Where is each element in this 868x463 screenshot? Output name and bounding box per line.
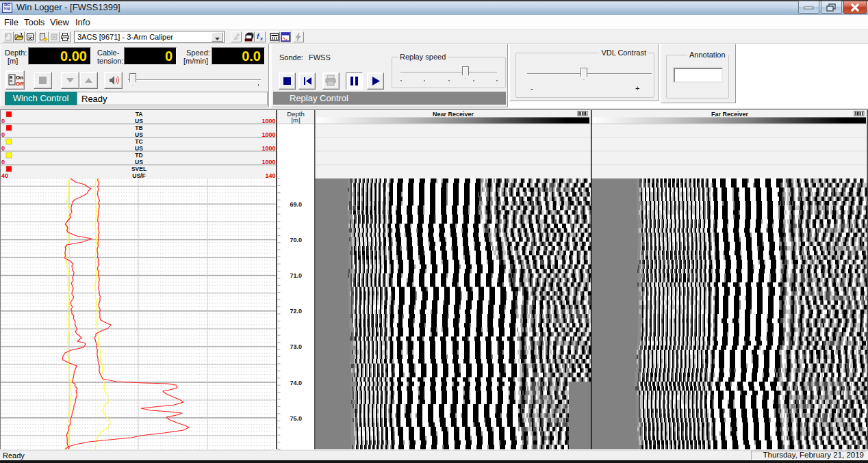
- svg-text:70.0: 70.0: [290, 237, 302, 243]
- svg-text:Far Receiver: Far Receiver: [711, 111, 749, 118]
- svg-text:TA: TA: [136, 111, 143, 118]
- svg-text:73.0: 73.0: [290, 343, 302, 350]
- svg-text:74.0: 74.0: [290, 380, 302, 386]
- svg-text:x: x: [259, 36, 264, 41]
- svg-text:75.0: 75.0: [290, 415, 302, 422]
- svg-text:69.0: 69.0: [290, 201, 302, 208]
- svg-text:Near Receiver: Near Receiver: [433, 111, 474, 118]
- svg-text:TC: TC: [135, 138, 142, 145]
- svg-text:On: On: [16, 75, 23, 81]
- svg-text:TD: TD: [135, 152, 142, 159]
- svg-text:72.0: 72.0: [290, 308, 302, 315]
- svg-text:71.0: 71.0: [290, 272, 302, 279]
- svg-text:Off: Off: [16, 81, 24, 87]
- svg-text:SVEL: SVEL: [131, 166, 146, 172]
- svg-text:TB: TB: [135, 124, 142, 131]
- svg-text:[m]: [m]: [291, 116, 300, 124]
